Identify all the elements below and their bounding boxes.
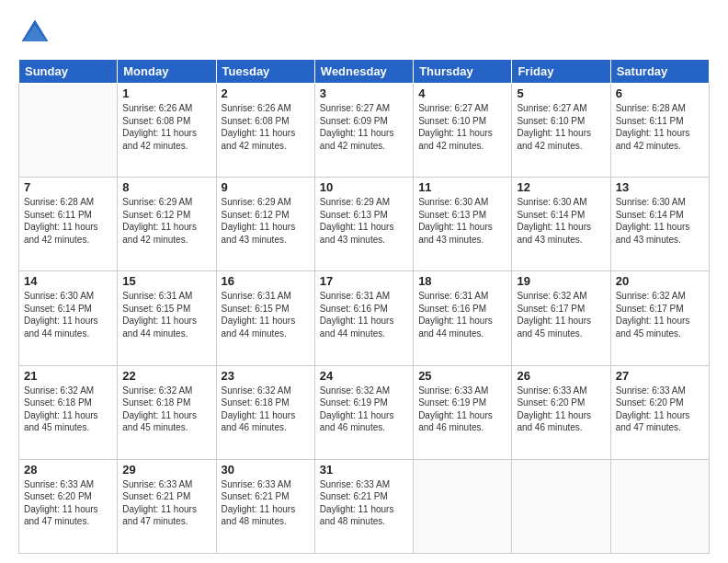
day-number: 21	[24, 369, 112, 383]
day-number: 26	[517, 369, 605, 383]
weekday-header-tuesday: Tuesday	[216, 60, 314, 84]
day-info: Sunrise: 6:27 AMSunset: 6:10 PMDaylight:…	[517, 102, 605, 152]
day-info: Sunrise: 6:33 AMSunset: 6:20 PMDaylight:…	[24, 478, 112, 528]
calendar-cell: 6Sunrise: 6:28 AMSunset: 6:11 PMDaylight…	[610, 84, 709, 178]
calendar-cell: 19Sunrise: 6:32 AMSunset: 6:17 PMDayligh…	[512, 271, 610, 365]
calendar-cell: 31Sunrise: 6:33 AMSunset: 6:21 PMDayligh…	[314, 459, 413, 553]
day-info: Sunrise: 6:31 AMSunset: 6:15 PMDaylight:…	[222, 290, 310, 339]
calendar-cell	[414, 459, 512, 553]
day-number: 4	[418, 86, 506, 100]
day-number: 2	[222, 86, 310, 100]
day-info: Sunrise: 6:32 AMSunset: 6:19 PMDaylight:…	[320, 385, 408, 434]
calendar-cell: 12Sunrise: 6:30 AMSunset: 6:14 PMDayligh…	[512, 178, 610, 271]
calendar-cell: 13Sunrise: 6:30 AMSunset: 6:14 PMDayligh…	[610, 178, 709, 271]
day-number: 20	[616, 274, 704, 288]
calendar-cell: 30Sunrise: 6:33 AMSunset: 6:21 PMDayligh…	[216, 459, 314, 553]
weekday-header-friday: Friday	[512, 60, 610, 84]
calendar-cell	[512, 459, 610, 553]
day-number: 7	[24, 180, 112, 194]
day-info: Sunrise: 6:32 AMSunset: 6:17 PMDaylight:…	[616, 290, 704, 339]
day-number: 11	[418, 180, 506, 194]
day-info: Sunrise: 6:28 AMSunset: 6:11 PMDaylight:…	[616, 102, 704, 152]
calendar-cell: 18Sunrise: 6:31 AMSunset: 6:16 PMDayligh…	[414, 271, 512, 365]
calendar-cell	[19, 84, 118, 178]
day-number: 13	[616, 180, 704, 194]
calendar-cell: 1Sunrise: 6:26 AMSunset: 6:08 PMDaylight…	[118, 84, 216, 178]
day-number: 5	[517, 86, 605, 100]
day-info: Sunrise: 6:33 AMSunset: 6:19 PMDaylight:…	[418, 385, 506, 434]
day-info: Sunrise: 6:32 AMSunset: 6:18 PMDaylight:…	[122, 385, 210, 434]
calendar-cell: 23Sunrise: 6:32 AMSunset: 6:18 PMDayligh…	[216, 365, 314, 459]
day-number: 15	[122, 274, 210, 288]
day-number: 12	[517, 180, 605, 194]
day-info: Sunrise: 6:32 AMSunset: 6:18 PMDaylight:…	[222, 385, 310, 434]
logo	[18, 17, 55, 50]
week-row-3: 21Sunrise: 6:32 AMSunset: 6:18 PMDayligh…	[19, 365, 710, 459]
calendar-cell	[610, 459, 709, 553]
weekday-header-thursday: Thursday	[414, 60, 512, 84]
day-info: Sunrise: 6:26 AMSunset: 6:08 PMDaylight:…	[222, 102, 310, 152]
week-row-4: 28Sunrise: 6:33 AMSunset: 6:20 PMDayligh…	[19, 459, 710, 553]
day-info: Sunrise: 6:32 AMSunset: 6:18 PMDaylight:…	[24, 385, 112, 434]
calendar-cell: 9Sunrise: 6:29 AMSunset: 6:12 PMDaylight…	[216, 178, 314, 271]
calendar-cell: 16Sunrise: 6:31 AMSunset: 6:15 PMDayligh…	[216, 271, 314, 365]
day-info: Sunrise: 6:27 AMSunset: 6:10 PMDaylight:…	[418, 102, 506, 152]
page: SundayMondayTuesdayWednesdayThursdayFrid…	[0, 0, 728, 563]
day-info: Sunrise: 6:31 AMSunset: 6:16 PMDaylight:…	[320, 290, 408, 339]
day-info: Sunrise: 6:26 AMSunset: 6:08 PMDaylight:…	[122, 102, 210, 152]
day-number: 18	[418, 274, 506, 288]
calendar-cell: 27Sunrise: 6:33 AMSunset: 6:20 PMDayligh…	[610, 365, 709, 459]
calendar-cell: 14Sunrise: 6:30 AMSunset: 6:14 PMDayligh…	[19, 271, 118, 365]
day-info: Sunrise: 6:30 AMSunset: 6:14 PMDaylight:…	[517, 196, 605, 246]
day-info: Sunrise: 6:33 AMSunset: 6:21 PMDaylight:…	[122, 478, 210, 528]
day-info: Sunrise: 6:32 AMSunset: 6:17 PMDaylight:…	[517, 290, 605, 339]
day-info: Sunrise: 6:33 AMSunset: 6:20 PMDaylight:…	[616, 385, 704, 434]
day-number: 22	[122, 369, 210, 383]
day-number: 16	[222, 274, 310, 288]
day-number: 14	[24, 274, 112, 288]
day-info: Sunrise: 6:27 AMSunset: 6:09 PMDaylight:…	[320, 102, 408, 152]
day-number: 1	[122, 86, 210, 100]
day-number: 31	[320, 463, 408, 477]
day-info: Sunrise: 6:33 AMSunset: 6:20 PMDaylight:…	[517, 385, 605, 434]
day-info: Sunrise: 6:28 AMSunset: 6:11 PMDaylight:…	[24, 196, 112, 246]
calendar-cell: 21Sunrise: 6:32 AMSunset: 6:18 PMDayligh…	[19, 365, 118, 459]
calendar-cell: 29Sunrise: 6:33 AMSunset: 6:21 PMDayligh…	[118, 459, 216, 553]
week-row-1: 7Sunrise: 6:28 AMSunset: 6:11 PMDaylight…	[19, 178, 710, 271]
weekday-header-saturday: Saturday	[610, 60, 709, 84]
day-info: Sunrise: 6:31 AMSunset: 6:15 PMDaylight:…	[122, 290, 210, 339]
calendar-cell: 8Sunrise: 6:29 AMSunset: 6:12 PMDaylight…	[118, 178, 216, 271]
day-number: 27	[616, 369, 704, 383]
weekday-header-sunday: Sunday	[19, 60, 118, 84]
calendar-cell: 15Sunrise: 6:31 AMSunset: 6:15 PMDayligh…	[118, 271, 216, 365]
week-row-0: 1Sunrise: 6:26 AMSunset: 6:08 PMDaylight…	[19, 84, 710, 178]
day-info: Sunrise: 6:29 AMSunset: 6:13 PMDaylight:…	[320, 196, 408, 246]
calendar-cell: 2Sunrise: 6:26 AMSunset: 6:08 PMDaylight…	[216, 84, 314, 178]
logo-icon	[18, 17, 51, 50]
day-number: 29	[122, 463, 210, 477]
day-number: 19	[517, 274, 605, 288]
calendar-cell: 3Sunrise: 6:27 AMSunset: 6:09 PMDaylight…	[314, 84, 413, 178]
day-info: Sunrise: 6:30 AMSunset: 6:14 PMDaylight:…	[24, 290, 112, 339]
calendar-cell: 7Sunrise: 6:28 AMSunset: 6:11 PMDaylight…	[19, 178, 118, 271]
calendar-cell: 17Sunrise: 6:31 AMSunset: 6:16 PMDayligh…	[314, 271, 413, 365]
calendar-cell: 28Sunrise: 6:33 AMSunset: 6:20 PMDayligh…	[19, 459, 118, 553]
calendar-table: SundayMondayTuesdayWednesdayThursdayFrid…	[18, 59, 710, 554]
day-number: 30	[222, 463, 310, 477]
day-info: Sunrise: 6:29 AMSunset: 6:12 PMDaylight:…	[222, 196, 310, 246]
day-number: 6	[616, 86, 704, 100]
calendar-cell: 26Sunrise: 6:33 AMSunset: 6:20 PMDayligh…	[512, 365, 610, 459]
calendar-cell: 24Sunrise: 6:32 AMSunset: 6:19 PMDayligh…	[314, 365, 413, 459]
day-number: 24	[320, 369, 408, 383]
day-info: Sunrise: 6:30 AMSunset: 6:14 PMDaylight:…	[616, 196, 704, 246]
calendar-cell: 5Sunrise: 6:27 AMSunset: 6:10 PMDaylight…	[512, 84, 610, 178]
header	[18, 17, 710, 50]
day-number: 9	[222, 180, 310, 194]
day-number: 17	[320, 274, 408, 288]
day-number: 10	[320, 180, 408, 194]
day-number: 8	[122, 180, 210, 194]
calendar-cell: 10Sunrise: 6:29 AMSunset: 6:13 PMDayligh…	[314, 178, 413, 271]
calendar-cell: 4Sunrise: 6:27 AMSunset: 6:10 PMDaylight…	[414, 84, 512, 178]
day-info: Sunrise: 6:30 AMSunset: 6:13 PMDaylight:…	[418, 196, 506, 246]
calendar-cell: 11Sunrise: 6:30 AMSunset: 6:13 PMDayligh…	[414, 178, 512, 271]
